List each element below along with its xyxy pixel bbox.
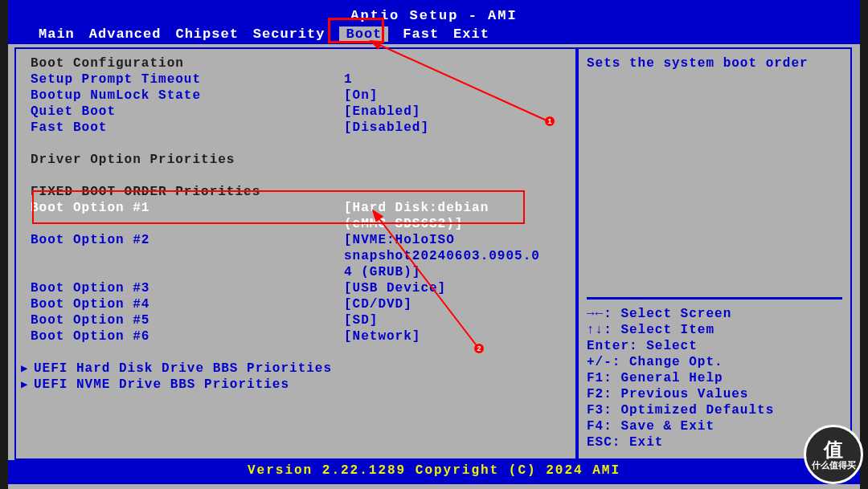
- boot-option-2[interactable]: Boot Option #2 [NVME:HoloISO: [16, 232, 575, 248]
- bios-screen: Aptio Setup - AMI Main Advanced Chipset …: [8, 0, 860, 489]
- item-fast-boot[interactable]: Fast Boot [Disabled]: [16, 120, 575, 136]
- boot-option-1-cont: (eMMC SDS6S2)]: [16, 216, 575, 232]
- boot-option-4[interactable]: Boot Option #4 [CD/DVD]: [16, 296, 575, 312]
- section-driver-option-priorities: Driver Option Priorities: [16, 152, 575, 168]
- triangle-icon: ▶: [21, 361, 29, 377]
- annotation-dot-2: 2: [474, 344, 484, 353]
- triangle-icon: ▶: [21, 377, 29, 393]
- section-fixed-boot-order: FIXED BOOT ORDER Priorities: [16, 184, 575, 200]
- help-f3-optimized: F3: Optimized Defaults: [587, 402, 842, 418]
- help-navigation: →←: Select Screen ↑↓: Select Item Enter:…: [587, 297, 842, 450]
- tab-chipset[interactable]: Chipset: [175, 26, 238, 42]
- main-panel: Boot Configuration Setup Prompt Timeout …: [14, 47, 577, 460]
- help-enter-select: Enter: Select: [587, 338, 842, 354]
- item-bootup-numlock-state[interactable]: Bootup NumLock State [On]: [16, 88, 575, 104]
- footer-bar: Version 2.22.1289 Copyright (C) 2024 AMI: [8, 460, 860, 484]
- tab-main[interactable]: Main: [39, 26, 75, 42]
- help-panel: Sets the system boot order →←: Select Sc…: [577, 47, 852, 460]
- boot-option-6[interactable]: Boot Option #6 [Network]: [16, 328, 575, 344]
- annotation-dot-1: 1: [545, 116, 555, 126]
- watermark-big: 值: [824, 439, 843, 460]
- help-select-screen: →←: Select Screen: [587, 306, 842, 322]
- header-bar: Aptio Setup - AMI Main Advanced Chipset …: [8, 0, 860, 44]
- watermark-small: 什么值得买: [812, 460, 856, 470]
- help-description: Sets the system boot order: [587, 55, 842, 71]
- item-quiet-boot[interactable]: Quiet Boot [Enabled]: [16, 104, 575, 120]
- submenu-uefi-nvme-bbs[interactable]: ▶ UEFI NVME Drive BBS Priorities: [16, 377, 575, 393]
- boot-option-2-cont1: snapshot20240603.0905.0: [16, 248, 575, 264]
- tab-boot[interactable]: Boot: [339, 26, 388, 42]
- boot-option-3[interactable]: Boot Option #3 [USB Device]: [16, 280, 575, 296]
- submenu-uefi-hdd-bbs[interactable]: ▶ UEFI Hard Disk Drive BBS Priorities: [16, 361, 575, 377]
- boot-option-1[interactable]: Boot Option #1 [Hard Disk:debian: [16, 200, 575, 216]
- item-setup-prompt-timeout[interactable]: Setup Prompt Timeout 1: [16, 71, 575, 88]
- help-change-opt: +/-: Change Opt.: [587, 354, 842, 370]
- body-area: Boot Configuration Setup Prompt Timeout …: [8, 44, 860, 460]
- tab-bar: Main Advanced Chipset Security Boot Fast…: [8, 23, 860, 42]
- tab-security[interactable]: Security: [253, 26, 326, 42]
- help-f1-general: F1: General Help: [587, 370, 842, 386]
- boot-option-5[interactable]: Boot Option #5 [SD]: [16, 312, 575, 328]
- tab-advanced[interactable]: Advanced: [89, 26, 162, 42]
- tab-fast[interactable]: Fast: [403, 26, 439, 42]
- section-boot-config: Boot Configuration: [16, 55, 575, 71]
- help-select-item: ↑↓: Select Item: [587, 322, 842, 338]
- app-title: Aptio Setup - AMI: [8, 8, 860, 23]
- watermark-badge: 值 什么值得买: [804, 425, 863, 484]
- tab-exit[interactable]: Exit: [453, 26, 489, 42]
- help-f4-save-exit: F4: Save & Exit: [587, 418, 842, 434]
- help-f2-previous: F2: Previous Values: [587, 386, 842, 402]
- boot-option-2-cont2: 4 (GRUB)]: [16, 264, 575, 280]
